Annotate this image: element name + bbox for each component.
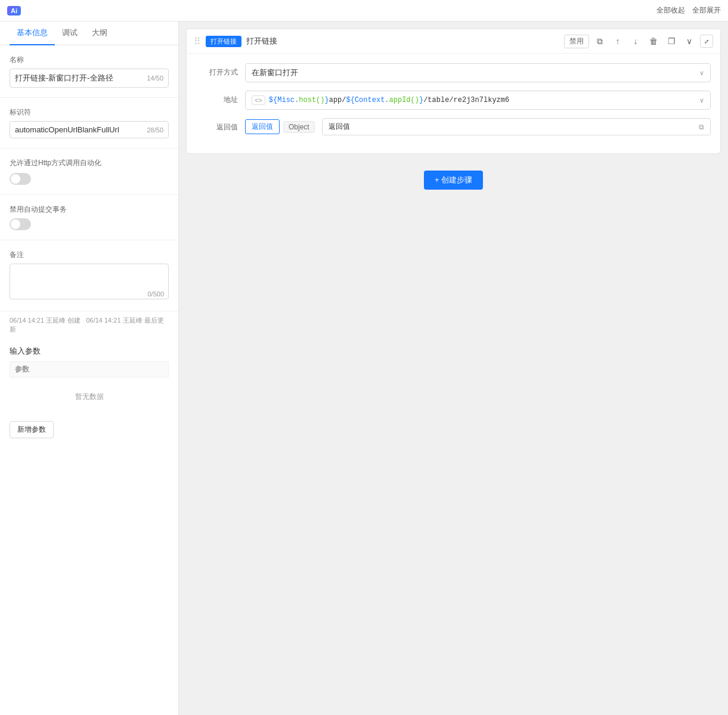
name-counter: 14/50 <box>147 75 163 82</box>
address-row: 地址 <> ${Misc.host()}app/${Context.appId(… <box>196 91 711 110</box>
tab-outline[interactable]: 大纲 <box>85 21 114 45</box>
copy-icon[interactable]: ⧉ <box>593 34 607 48</box>
create-time: 06/14 14:21 <box>10 317 44 324</box>
return-type-badge: Object <box>283 121 315 133</box>
collapse-all-btn[interactable]: 全部收起 <box>656 5 685 16</box>
http-toggle[interactable] <box>10 173 31 185</box>
address-dropdown-icon: ∨ <box>699 97 704 104</box>
dropdown-arrow-icon: ∨ <box>699 69 704 77</box>
params-header: 输入参数 <box>10 346 169 357</box>
update-time: 06/14 14:21 <box>86 317 120 324</box>
open-mode-value: 在新窗口打开 <box>252 67 298 78</box>
note-section: 备注 0/500 <box>0 240 178 311</box>
params-empty: 暂无数据 <box>10 377 169 416</box>
return-tab[interactable]: 返回值 <box>245 119 280 134</box>
http-label: 允许通过Http方式调用自动化 <box>10 158 101 168</box>
right-panel: ⠿ 打开链接 打开链接 禁用 ⧉ ↑ ↓ 🗑 ❐ ∨ ⤢ 打开方式 <box>179 21 728 715</box>
open-mode-row: 打开方式 在新窗口打开 ∨ <box>196 63 711 82</box>
add-param-btn[interactable]: 新增参数 <box>10 421 54 438</box>
tab-debug[interactable]: 调试 <box>55 21 85 45</box>
id-input[interactable]: automaticOpenUrlBlankFullUrl 28/50 <box>10 121 169 138</box>
transaction-toggle[interactable] <box>10 218 31 230</box>
name-value: 打开链接-新窗口打开-全路径 <box>15 73 113 83</box>
note-counter: 0/500 <box>147 290 164 298</box>
params-col-header: 参数 <box>10 362 169 377</box>
step-body: 打开方式 在新窗口打开 ∨ 地址 <> ${Misc.host()}app/${… <box>187 54 720 153</box>
id-label: 标识符 <box>10 107 169 117</box>
left-panel: 基本信息 调试 大纲 名称 打开链接-新窗口打开-全路径 14/50 标识符 a… <box>0 21 179 715</box>
params-section: 输入参数 参数 暂无数据 新增参数 <box>0 339 178 450</box>
step-header: ⠿ 打开链接 打开链接 禁用 ⧉ ↑ ↓ 🗑 ❐ ∨ ⤢ <box>187 29 720 54</box>
meta-info: 06/14 14:21 王延峰 创建 06/14 14:21 王延峰 最后更新 <box>0 311 178 339</box>
code-icon: <> <box>252 95 265 105</box>
move-down-icon[interactable]: ↓ <box>628 34 643 48</box>
return-row: 返回值 Object 返回值 ⧉ <box>245 118 711 135</box>
step-tag: 打开链接 <box>206 36 241 47</box>
updater: 王延峰 <box>123 317 142 324</box>
main-layout: 基本信息 调试 大纲 名称 打开链接-新窗口打开-全路径 14/50 标识符 a… <box>0 21 728 715</box>
transaction-section: 禁用自动提交事务 <box>0 195 178 240</box>
drag-handle-icon[interactable]: ⠿ <box>194 36 201 47</box>
return-input-value: 返回值 <box>329 122 350 132</box>
http-toggle-row: 允许通过Http方式调用自动化 <box>10 158 169 168</box>
tabs: 基本信息 调试 大纲 <box>0 21 178 45</box>
name-section: 名称 打开链接-新窗口打开-全路径 14/50 <box>0 45 178 98</box>
top-bar-right: 全部收起 全部展开 <box>656 5 721 16</box>
creator: 王延峰 <box>46 317 66 324</box>
expand-icon[interactable]: ⤢ <box>700 35 713 48</box>
step-actions: 禁用 ⧉ ↑ ↓ 🗑 ❐ ∨ ⤢ <box>564 34 713 48</box>
tab-basic-info[interactable]: 基本信息 <box>10 21 55 45</box>
duplicate-icon[interactable]: ❐ <box>664 34 679 48</box>
http-section: 允许通过Http方式调用自动化 <box>0 148 178 195</box>
step-title: 打开链接 <box>246 36 564 47</box>
return-input[interactable]: 返回值 ⧉ <box>322 118 711 135</box>
params-table: 参数 暂无数据 <box>10 361 169 416</box>
return-value-row: 返回值 返回值 Object 返回值 ⧉ <box>196 118 711 135</box>
more-icon[interactable]: ∨ <box>682 34 696 48</box>
delete-icon[interactable]: 🗑 <box>646 34 661 48</box>
address-value: ${Misc.host()}app/${Context.appId()}/tab… <box>269 96 509 104</box>
address-label: 地址 <box>196 91 238 105</box>
expand-all-btn[interactable]: 全部展开 <box>692 5 721 16</box>
top-bar: Ai 全部收起 全部展开 <box>0 0 728 21</box>
name-label: 名称 <box>10 55 169 65</box>
id-counter: 28/50 <box>147 126 163 134</box>
open-mode-label: 打开方式 <box>196 63 238 78</box>
create-label: 创建 <box>67 317 80 324</box>
id-section: 标识符 automaticOpenUrlBlankFullUrl 28/50 <box>0 98 178 148</box>
transaction-label: 禁用自动提交事务 <box>10 205 169 215</box>
top-bar-left: Ai <box>7 6 21 16</box>
disable-btn[interactable]: 禁用 <box>564 35 589 48</box>
copy-small-icon[interactable]: ⧉ <box>699 123 704 131</box>
move-up-icon[interactable]: ↑ <box>611 34 625 48</box>
name-input[interactable]: 打开链接-新窗口打开-全路径 14/50 <box>10 69 169 88</box>
note-label: 备注 <box>10 250 169 260</box>
step-card: ⠿ 打开链接 打开链接 禁用 ⧉ ↑ ↓ 🗑 ❐ ∨ ⤢ 打开方式 <box>186 29 721 154</box>
note-textarea[interactable] <box>10 264 169 299</box>
ai-badge: Ai <box>7 6 21 16</box>
return-value-label: 返回值 <box>196 118 238 132</box>
add-step-btn[interactable]: + 创建步骤 <box>424 171 483 190</box>
address-input[interactable]: <> ${Misc.host()}app/${Context.appId()}/… <box>245 91 711 110</box>
open-mode-select[interactable]: 在新窗口打开 ∨ <box>245 63 711 82</box>
id-value: automaticOpenUrlBlankFullUrl <box>15 125 119 134</box>
